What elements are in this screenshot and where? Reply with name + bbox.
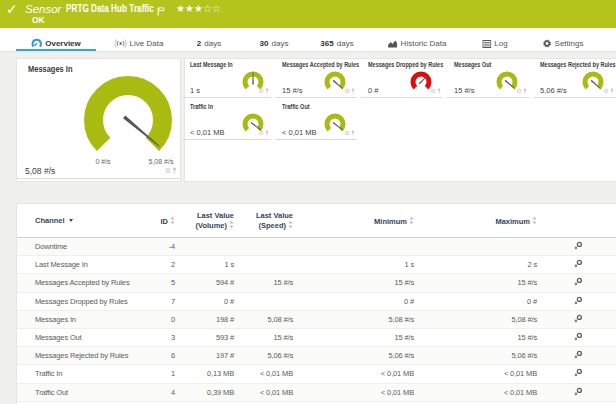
table-row[interactable]: Traffic Out 4 0,39 MB < 0,01 MB < 0,01 M… [17, 384, 616, 402]
cell-last-value-volume: 198 # [179, 315, 239, 324]
priority-stars[interactable]: ★★★☆☆ [176, 3, 221, 14]
tile-value: 5,06 #/s [540, 86, 567, 95]
cell-id: 1 [155, 369, 179, 378]
column-header-id[interactable]: ID [155, 216, 179, 226]
cell-maximum: 5,08 #/s [418, 315, 541, 324]
tile-label: Last Message In [190, 61, 233, 68]
tab-live-data[interactable]: Live Data [115, 28, 164, 52]
cell-id: 7 [155, 297, 179, 306]
table-row[interactable]: Downtime -4 [17, 238, 616, 256]
tile-divider [361, 97, 443, 98]
tile-label: Traffic In [190, 103, 213, 110]
pin-icon[interactable] [351, 88, 355, 94]
column-header-last-value-volume[interactable]: Last Value(Volume) [179, 211, 239, 230]
tile-icons: ⚙ [345, 88, 355, 94]
tile-label: Messages Rejected by Rules [540, 61, 616, 68]
pin-icon[interactable] [265, 88, 269, 94]
gear-icon[interactable]: ⚙ [517, 88, 522, 94]
ok-check-icon: ✓ [6, 1, 18, 17]
column-header-maximum[interactable]: Maximum [418, 216, 541, 226]
channel-settings-icon[interactable] [574, 259, 583, 268]
cell-last-value-volume: 1 s [179, 260, 239, 269]
tab-365-days[interactable]: 365days [320, 28, 353, 52]
table-row[interactable]: Traffic In 1 0,13 MB < 0,01 MB < 0,01 MB… [17, 365, 616, 383]
cell-last-value-volume: 0 # [179, 297, 239, 306]
pin-icon[interactable] [523, 88, 527, 94]
cell-maximum: 15 #/s [418, 333, 541, 342]
cell-id: 2 [155, 260, 179, 269]
pin-icon[interactable] [351, 130, 355, 136]
channel-settings-icon[interactable] [574, 332, 583, 341]
tile-divider [275, 139, 357, 140]
tab-settings[interactable]: Settings [543, 28, 584, 52]
pin-icon[interactable] [610, 88, 614, 94]
cell-actions [541, 350, 616, 361]
tab-historic-data[interactable]: Historic Data [388, 28, 447, 52]
cell-id: 3 [155, 333, 179, 342]
tile-icons: ⚙ [345, 130, 355, 136]
table-row[interactable]: Messages In 0 198 # 5,08 #/s 5,08 #/s 5,… [17, 311, 616, 329]
table-row[interactable]: Messages Dropped by Rules 7 0 # 0 # 0 # [17, 293, 616, 311]
messages-in-gauge [82, 74, 174, 166]
gear-icon[interactable]: ⚙ [431, 88, 436, 94]
cell-channel: Messages Dropped by Rules [17, 297, 155, 306]
sort-icon [409, 216, 414, 225]
channel-settings-icon[interactable] [574, 277, 583, 286]
column-header-channel[interactable]: Channel [17, 216, 155, 225]
cell-actions [541, 387, 616, 398]
channel-settings-icon[interactable] [574, 387, 583, 396]
gear-icon[interactable]: ⚙ [259, 88, 264, 94]
channel-settings-icon[interactable] [574, 314, 583, 323]
channel-settings-icon[interactable] [574, 350, 583, 359]
table-row[interactable]: Messages Accepted by Rules 5 594 # 15 #/… [17, 274, 616, 292]
gear-icon[interactable]: ⚙ [604, 88, 609, 94]
gauge-tile-traffic-in: Traffic In < 0,01 MB ⚙ [183, 100, 271, 140]
cell-channel: Messages Out [17, 333, 155, 342]
sort-caret-icon [69, 219, 73, 222]
cell-actions [541, 332, 616, 343]
gear-icon[interactable]: ⚙ [165, 167, 171, 174]
pin-icon[interactable] [265, 130, 269, 136]
cell-minimum: 5,08 #/s [297, 315, 418, 324]
tile-label: Messages Accepted by Rules [282, 61, 359, 68]
cell-minimum: 0 # [297, 297, 418, 306]
small-gauge [495, 70, 519, 94]
cell-last-value-volume: 594 # [179, 278, 239, 287]
channel-settings-icon[interactable] [574, 241, 583, 250]
pin-icon[interactable] [172, 167, 177, 174]
channel-settings-icon[interactable] [574, 368, 583, 377]
gear-icon[interactable]: ⚙ [345, 130, 350, 136]
pin-icon[interactable] [437, 88, 441, 94]
cell-channel: Downtime [17, 242, 155, 251]
tab-30-days[interactable]: 30days [260, 28, 289, 52]
tile-value: 15 #/s [454, 86, 474, 95]
small-gauge [323, 70, 347, 94]
table-row[interactable]: Messages Out 3 593 # 15 #/s 15 #/s 15 #/… [17, 329, 616, 347]
gear-icon[interactable]: ⚙ [345, 88, 350, 94]
gear-icon[interactable]: ⚙ [259, 130, 264, 136]
cell-channel: Traffic Out [17, 388, 155, 397]
cell-actions [541, 368, 616, 379]
cell-minimum: < 0,01 MB [297, 388, 418, 397]
channel-settings-icon[interactable] [574, 296, 583, 305]
table-header: Channel ID Last Value(Volume) Last Value… [17, 204, 616, 238]
tab-log[interactable]: Log [482, 28, 507, 52]
cell-last-value-volume: 0,39 MB [179, 388, 239, 397]
cell-last-value-volume: 593 # [179, 333, 239, 342]
sensor-status-text: OK [32, 15, 45, 25]
flag-icon[interactable] [157, 2, 165, 20]
tile-value: 1 s [190, 86, 200, 95]
column-header-minimum[interactable]: Minimum [297, 216, 418, 226]
cell-last-value-speed: 15 #/s [239, 333, 297, 342]
table-row[interactable]: Last Message In 2 1 s 1 s 2 s [17, 256, 616, 274]
object-type-label: Sensor [25, 3, 61, 15]
cell-minimum: 5,06 #/s [297, 351, 418, 360]
tile-divider [533, 97, 616, 98]
tab-2-days[interactable]: 2days [197, 28, 221, 52]
small-gauge [409, 70, 433, 94]
table-row[interactable]: Messages Rejected by Rules 6 197 # 5,06 … [17, 347, 616, 365]
column-header-last-value-speed[interactable]: Last Value(Speed) [239, 211, 297, 230]
cell-minimum: < 0,01 MB [297, 369, 418, 378]
small-gauge [581, 70, 605, 94]
cell-channel: Traffic In [17, 369, 155, 378]
